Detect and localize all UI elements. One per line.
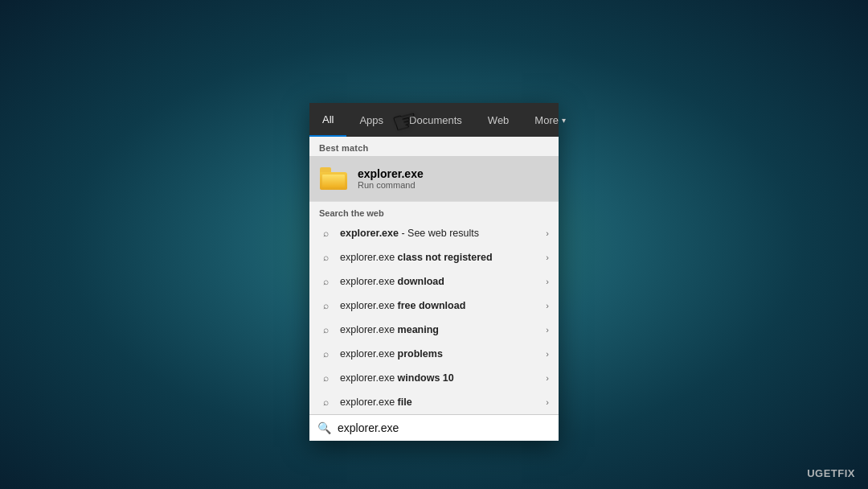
watermark: UGETFIX [807,467,855,479]
web-section-label: Search the web [309,201,559,221]
chevron-right-icon: › [546,373,549,383]
chevron-right-icon: › [546,253,549,262]
search-icon: ⌕ [319,299,332,312]
web-result-item[interactable]: ⌕ explorer.exe meaning › [309,318,559,342]
chevron-right-icon: › [546,228,549,238]
chevron-right-icon: › [546,277,549,286]
tab-more[interactable]: More ▾ [522,103,579,137]
web-result-item[interactable]: ⌕ explorer.exe windows 10 › [309,366,559,390]
search-icon: ⌕ [319,323,332,336]
best-match-label: Best match [309,137,559,156]
web-result-item[interactable]: ⌕ explorer.exe class not registered › [309,245,559,269]
tab-all[interactable]: All [309,103,346,137]
search-icon: ⌕ [319,251,332,264]
web-result-item[interactable]: ⌕ explorer.exe problems › [309,342,559,366]
search-icon: 🔍 [317,421,331,434]
web-result-item[interactable]: ⌕ explorer.exe - See web results › [309,221,559,245]
search-icon: ⌕ [319,396,332,409]
chevron-right-icon: › [546,325,549,335]
tab-bar: All Apps Documents Web More ▾ [309,103,559,137]
search-icon: ⌕ [319,372,332,384]
web-results-list: ⌕ explorer.exe - See web results › ⌕ exp… [309,221,559,414]
chevron-down-icon: ▾ [562,116,566,125]
chevron-right-icon: › [546,349,549,359]
tab-documents[interactable]: Documents [396,103,475,137]
tab-apps[interactable]: Apps [346,103,396,137]
best-match-item[interactable]: explorer.exe Run command [309,156,559,201]
chevron-right-icon: › [546,301,549,310]
search-input-bar: 🔍 [309,414,559,441]
search-icon: ⌕ [319,227,332,240]
best-match-name: explorer.exe [358,167,424,180]
search-icon: ⌕ [319,347,332,360]
search-input[interactable] [338,421,551,434]
search-panel: All Apps Documents Web More ▾ Best match… [309,103,559,441]
explorer-icon [319,164,348,193]
search-icon: ⌕ [319,275,332,288]
web-result-item[interactable]: ⌕ explorer.exe file › [309,390,559,414]
web-result-item[interactable]: ⌕ explorer.exe download › [309,269,559,294]
best-match-subtitle: Run command [358,180,424,190]
tab-web[interactable]: Web [475,103,522,137]
web-result-item[interactable]: ⌕ explorer.exe free download › [309,294,559,318]
chevron-right-icon: › [546,397,549,407]
